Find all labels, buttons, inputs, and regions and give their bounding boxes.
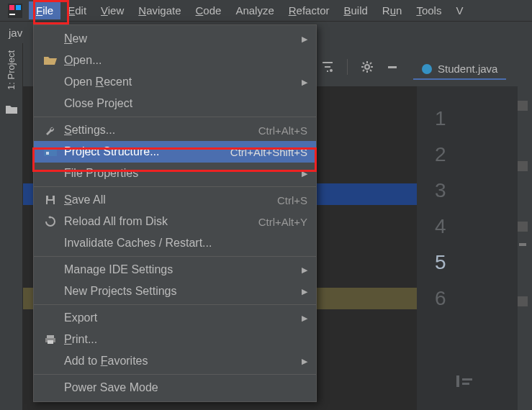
menu-item-settings[interactable]: Settings...Ctrl+Alt+S bbox=[34, 119, 316, 141]
menu-item-invalidate-caches-restart[interactable]: Invalidate Caches / Restart... bbox=[34, 232, 316, 254]
svg-rect-2 bbox=[16, 5, 21, 10]
menu-code[interactable]: Code bbox=[189, 1, 229, 19]
menu-run[interactable]: Run bbox=[375, 1, 410, 19]
menu-item-label: Power Save Mode bbox=[64, 381, 158, 394]
line-number: 5 bbox=[435, 245, 518, 281]
menu-item-open-recent[interactable]: Open Recent▶ bbox=[34, 71, 316, 93]
fold-sub-icon[interactable] bbox=[519, 243, 526, 246]
file-menu-dropdown: New▶Open...Open Recent▶Close ProjectSett… bbox=[33, 24, 317, 402]
menu-item-reload-all-from-disk[interactable]: Reload All from DiskCtrl+Alt+Y bbox=[34, 211, 316, 232]
menu-item-label: Project Structure... bbox=[64, 145, 160, 158]
menubar: FileEditViewNavigateCodeAnalyzeRefactorB… bbox=[0, 0, 532, 22]
menu-item-label: Print... bbox=[64, 333, 97, 346]
svg-rect-13 bbox=[48, 201, 53, 204]
svg-rect-1 bbox=[9, 5, 14, 10]
fold-marker-icon[interactable] bbox=[518, 161, 528, 171]
menu-item-manage-ide-settings[interactable]: Manage IDE Settings▶ bbox=[34, 259, 316, 281]
minimize-icon[interactable] bbox=[387, 61, 398, 73]
print-icon bbox=[42, 334, 58, 345]
menu-item-label: Add to Favorites bbox=[64, 355, 148, 368]
project-tool-button[interactable]: 1: Project bbox=[6, 50, 17, 90]
fold-marker-icon[interactable] bbox=[518, 296, 528, 306]
menu-item-add-to-favorites[interactable]: Add to Favorites▶ bbox=[34, 350, 316, 372]
menu-item-save-all[interactable]: Save AllCtrl+S bbox=[34, 189, 316, 211]
tab-label: Student.java bbox=[438, 63, 497, 75]
menu-item-file-properties[interactable]: File Properties▶ bbox=[34, 163, 316, 184]
submenu-arrow-icon: ▶ bbox=[302, 314, 307, 323]
menu-analyze[interactable]: Analyze bbox=[228, 1, 281, 19]
menu-edit[interactable]: Edit bbox=[60, 1, 94, 19]
menu-navigate[interactable]: Navigate bbox=[131, 1, 188, 19]
context-label: jav bbox=[9, 27, 22, 39]
svg-point-5 bbox=[365, 65, 369, 69]
menu-item-project-structure[interactable]: Project Structure...Ctrl+Alt+Shift+S bbox=[34, 141, 316, 163]
submenu-arrow-icon: ▶ bbox=[302, 35, 307, 44]
submenu-arrow-icon: ▶ bbox=[302, 265, 307, 275]
app-logo-icon bbox=[7, 3, 23, 19]
menu-separator bbox=[34, 117, 316, 117]
menu-item-open[interactable]: Open... bbox=[34, 50, 316, 71]
menu-item-label: File Properties bbox=[64, 167, 138, 180]
shortcut-label: Ctrl+S bbox=[277, 194, 307, 206]
shortcut-label: Ctrl+Alt+S bbox=[258, 124, 307, 137]
fold-marker-icon[interactable] bbox=[518, 222, 528, 232]
filter-icon[interactable] bbox=[321, 60, 334, 73]
folder-icon[interactable] bbox=[6, 104, 17, 114]
folder-open-icon bbox=[42, 55, 58, 65]
menu-tools[interactable]: Tools bbox=[409, 1, 448, 19]
svg-rect-10 bbox=[46, 152, 49, 155]
line-number: 1 bbox=[435, 101, 518, 137]
folder-struct-icon bbox=[42, 147, 58, 157]
marker-bar bbox=[518, 86, 531, 331]
menu-item-label: Open... bbox=[64, 54, 102, 67]
save-icon bbox=[42, 194, 58, 206]
svg-rect-7 bbox=[456, 375, 459, 387]
editor-tab[interactable]: Student.java bbox=[413, 59, 506, 80]
svg-rect-9 bbox=[462, 383, 469, 385]
svg-rect-14 bbox=[47, 335, 54, 338]
menu-item-print[interactable]: Print... bbox=[34, 329, 316, 350]
separator bbox=[347, 59, 348, 75]
gear-icon[interactable] bbox=[361, 60, 374, 73]
menu-item-label: New bbox=[64, 32, 87, 45]
submenu-arrow-icon: ▶ bbox=[302, 78, 307, 87]
menu-build[interactable]: Build bbox=[336, 1, 374, 19]
svg-rect-6 bbox=[388, 66, 397, 68]
menu-item-label: Open Recent bbox=[64, 76, 132, 88]
menu-item-label: Manage IDE Settings bbox=[64, 263, 173, 276]
menu-item-new[interactable]: New▶ bbox=[34, 28, 316, 50]
wrench-icon bbox=[42, 124, 58, 136]
menu-item-close-project[interactable]: Close Project bbox=[34, 93, 316, 114]
shortcut-label: Ctrl+Alt+Y bbox=[258, 216, 307, 228]
menu-separator bbox=[34, 186, 316, 187]
menu-separator bbox=[34, 304, 316, 305]
line-number: 4 bbox=[435, 209, 518, 245]
submenu-arrow-icon: ▶ bbox=[302, 287, 307, 296]
svg-rect-16 bbox=[48, 340, 53, 344]
class-icon bbox=[422, 64, 432, 74]
menu-refactor[interactable]: Refactor bbox=[281, 1, 337, 19]
reload-icon bbox=[42, 216, 58, 227]
menu-item-export[interactable]: Export▶ bbox=[34, 307, 316, 329]
line-number: 6 bbox=[435, 281, 518, 316]
menu-item-label: New Projects Settings bbox=[64, 285, 177, 298]
menu-item-new-projects-settings[interactable]: New Projects Settings▶ bbox=[34, 281, 316, 302]
menu-separator bbox=[34, 256, 316, 257]
menu-file[interactable]: File bbox=[29, 1, 60, 19]
menu-view[interactable]: View bbox=[94, 1, 131, 19]
menu-item-label: Save All bbox=[64, 193, 106, 206]
svg-rect-3 bbox=[9, 14, 15, 15]
submenu-arrow-icon: ▶ bbox=[302, 169, 307, 178]
svg-rect-8 bbox=[462, 378, 472, 381]
menu-item-power-save-mode[interactable]: Power Save Mode bbox=[34, 377, 316, 398]
menu-item-label: Reload All from Disk bbox=[64, 215, 168, 228]
submenu-arrow-icon: ▶ bbox=[302, 357, 307, 366]
line-number: 3 bbox=[435, 173, 518, 209]
svg-rect-12 bbox=[48, 196, 53, 199]
line-number: 2 bbox=[435, 137, 518, 173]
svg-point-4 bbox=[330, 69, 333, 72]
menu-item-label: Close Project bbox=[64, 97, 132, 110]
tool-sidebar: 1: Project bbox=[0, 43, 23, 410]
menu-v[interactable]: V bbox=[448, 1, 470, 19]
fold-marker-icon[interactable] bbox=[518, 101, 528, 111]
